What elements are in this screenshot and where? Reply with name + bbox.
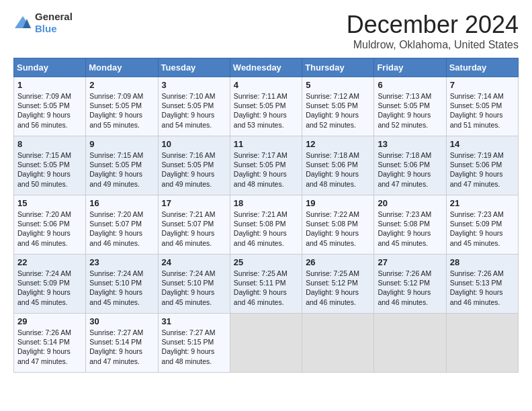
day-info: Sunset: 5:12 PM [306,278,370,287]
day-cell: 6Sunrise: 7:13 AMSunset: 5:05 PMDaylight… [374,77,446,136]
day-number: 21 [450,198,515,208]
day-cell [374,314,446,373]
day-cell: 20Sunrise: 7:23 AMSunset: 5:08 PMDayligh… [374,195,446,255]
day-info: Sunrise: 7:25 AM [234,269,298,278]
day-cell: 3Sunrise: 7:10 AMSunset: 5:05 PMDaylight… [158,77,230,136]
day-info: Sunrise: 7:26 AM [17,328,82,337]
logo-text: General Blue [35,11,73,35]
day-number: 7 [450,80,515,90]
day-info: Daylight: 9 hours and 49 minutes. [89,169,154,188]
day-number: 28 [450,257,515,267]
day-info: Daylight: 9 hours and 45 minutes. [89,287,154,306]
day-info: Sunset: 5:08 PM [306,219,370,228]
day-info: Daylight: 9 hours and 53 minutes. [234,110,298,129]
day-info: Sunset: 5:06 PM [450,160,515,169]
day-cell: 10Sunrise: 7:16 AMSunset: 5:05 PMDayligh… [158,136,230,195]
day-info: Daylight: 9 hours and 48 minutes. [306,169,370,188]
day-cell: 14Sunrise: 7:19 AMSunset: 5:06 PMDayligh… [446,136,518,195]
day-info: Sunset: 5:10 PM [89,278,154,287]
day-info: Sunset: 5:05 PM [450,101,515,110]
day-number: 22 [17,257,82,267]
day-info: Daylight: 9 hours and 45 minutes. [378,228,442,247]
day-cell: 16Sunrise: 7:20 AMSunset: 5:07 PMDayligh… [86,195,158,255]
day-info: Sunset: 5:08 PM [378,219,442,228]
day-info: Sunrise: 7:23 AM [450,210,515,219]
day-info: Sunrise: 7:26 AM [450,269,515,278]
day-info: Daylight: 9 hours and 47 minutes. [17,347,82,365]
calendar-table: SundayMondayTuesdayWednesdayThursdayFrid… [13,58,519,373]
day-info: Sunrise: 7:27 AM [89,328,154,337]
day-info: Sunset: 5:07 PM [89,219,154,228]
day-info: Daylight: 9 hours and 46 minutes. [234,228,298,247]
day-cell [302,314,374,373]
day-info: Sunset: 5:06 PM [378,160,442,169]
day-cell: 15Sunrise: 7:20 AMSunset: 5:06 PMDayligh… [14,195,86,255]
day-info: Daylight: 9 hours and 45 minutes. [306,228,370,247]
col-header-monday: Monday [86,58,158,77]
day-number: 6 [378,80,442,90]
day-info: Daylight: 9 hours and 47 minutes. [89,347,154,365]
day-info: Sunset: 5:05 PM [234,101,298,110]
day-cell: 18Sunrise: 7:21 AMSunset: 5:08 PMDayligh… [230,195,302,255]
day-info: Sunrise: 7:20 AM [89,210,154,219]
day-cell: 5Sunrise: 7:12 AMSunset: 5:05 PMDaylight… [302,77,374,136]
day-cell: 2Sunrise: 7:09 AMSunset: 5:05 PMDaylight… [86,77,158,136]
day-cell: 11Sunrise: 7:17 AMSunset: 5:05 PMDayligh… [230,136,302,195]
day-info: Daylight: 9 hours and 46 minutes. [234,287,298,306]
day-number: 3 [162,80,226,90]
day-info: Sunrise: 7:19 AM [450,150,515,160]
day-number: 25 [234,257,298,267]
logo: General Blue [13,11,73,35]
day-info: Daylight: 9 hours and 47 minutes. [450,169,515,188]
day-cell: 12Sunrise: 7:18 AMSunset: 5:06 PMDayligh… [302,136,374,195]
day-info: Sunrise: 7:11 AM [234,91,298,101]
day-cell: 23Sunrise: 7:24 AMSunset: 5:10 PMDayligh… [86,255,158,314]
day-cell: 13Sunrise: 7:18 AMSunset: 5:06 PMDayligh… [374,136,446,195]
day-number: 1 [17,80,82,90]
day-info: Sunrise: 7:25 AM [306,269,370,278]
col-header-sunday: Sunday [14,58,86,77]
day-info: Sunrise: 7:18 AM [306,150,370,160]
day-info: Sunrise: 7:21 AM [234,210,298,219]
title-area: December 2024 Muldrow, Oklahoma, United … [347,11,519,51]
day-info: Sunset: 5:12 PM [378,278,442,287]
logo-blue: Blue [35,23,57,34]
day-info: Daylight: 9 hours and 54 minutes. [162,110,226,129]
day-info: Sunrise: 7:27 AM [162,328,226,337]
day-info: Sunset: 5:05 PM [17,101,82,110]
day-info: Sunset: 5:13 PM [450,278,515,287]
day-number: 29 [17,316,82,326]
day-number: 13 [378,139,442,149]
day-cell: 24Sunrise: 7:24 AMSunset: 5:10 PMDayligh… [158,255,230,314]
day-info: Sunrise: 7:09 AM [89,91,154,101]
day-cell [446,314,518,373]
day-info: Daylight: 9 hours and 55 minutes. [89,110,154,129]
day-info: Sunrise: 7:17 AM [234,150,298,160]
day-info: Daylight: 9 hours and 56 minutes. [17,110,82,129]
day-info: Sunset: 5:05 PM [162,101,226,110]
day-info: Daylight: 9 hours and 47 minutes. [378,169,442,188]
day-number: 31 [162,316,226,326]
day-number: 16 [89,198,154,208]
day-number: 14 [450,139,515,149]
day-number: 11 [234,139,298,149]
day-cell: 26Sunrise: 7:25 AMSunset: 5:12 PMDayligh… [302,255,374,314]
day-number: 17 [162,198,226,208]
day-info: Daylight: 9 hours and 46 minutes. [378,287,442,306]
day-cell: 28Sunrise: 7:26 AMSunset: 5:13 PMDayligh… [446,255,518,314]
day-info: Sunset: 5:15 PM [162,337,226,347]
week-row-3: 15Sunrise: 7:20 AMSunset: 5:06 PMDayligh… [14,195,519,255]
day-info: Daylight: 9 hours and 46 minutes. [17,228,82,247]
day-cell: 4Sunrise: 7:11 AMSunset: 5:05 PMDaylight… [230,77,302,136]
day-info: Sunset: 5:09 PM [17,278,82,287]
week-row-1: 1Sunrise: 7:09 AMSunset: 5:05 PMDaylight… [14,77,519,136]
day-info: Sunrise: 7:26 AM [378,269,442,278]
day-info: Sunrise: 7:23 AM [378,210,442,219]
header-row: SundayMondayTuesdayWednesdayThursdayFrid… [14,58,519,77]
day-info: Sunrise: 7:20 AM [17,210,82,219]
day-info: Sunrise: 7:09 AM [17,91,82,101]
day-cell: 31Sunrise: 7:27 AMSunset: 5:15 PMDayligh… [158,314,230,373]
day-cell [230,314,302,373]
day-info: Sunrise: 7:14 AM [450,91,515,101]
day-info: Sunset: 5:10 PM [162,278,226,287]
